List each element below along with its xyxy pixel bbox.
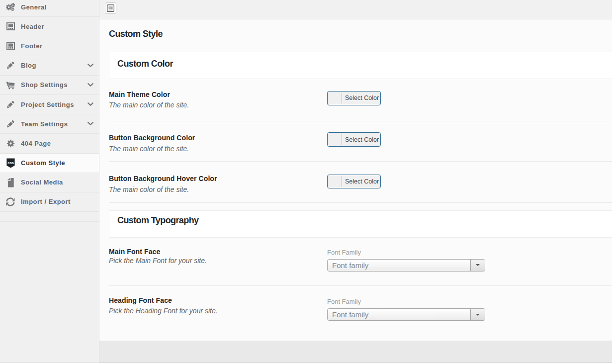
svg-text:css: css xyxy=(7,161,14,165)
